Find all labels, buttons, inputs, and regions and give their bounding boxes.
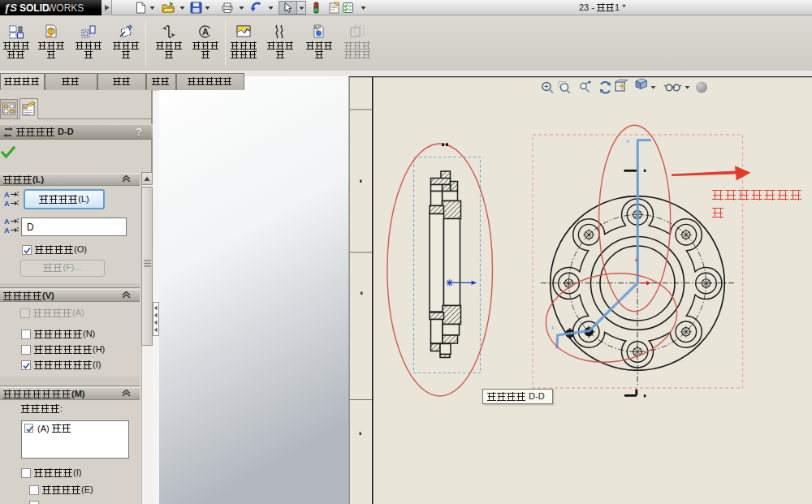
svg-text:A: A [202, 27, 209, 37]
svg-text:ƒS: ƒS [4, 2, 17, 14]
svg-text:A: A [4, 191, 10, 199]
svg-text:A: A [4, 200, 10, 208]
svg-text:A: A [4, 218, 10, 226]
svg-text:WORKS: WORKS [47, 2, 84, 14]
svg-text:A: A [4, 226, 10, 235]
svg-text:SOLID: SOLID [19, 2, 50, 14]
